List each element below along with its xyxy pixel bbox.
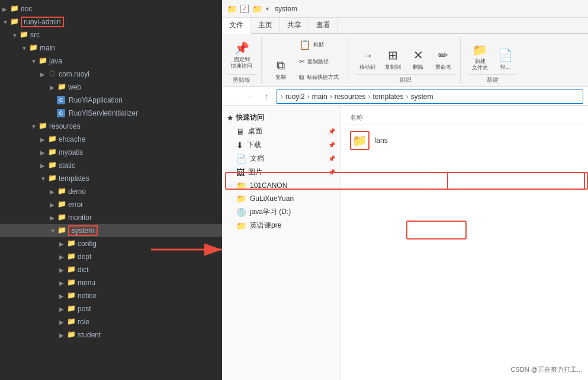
- file-tree: ▶ 📁 doc ▼ 📁 ruoyi-admin ▼ 📁 src ▼ 📁 main: [0, 0, 222, 380]
- paste-shortcut-button[interactable]: ⧉ 粘贴快捷方式: [295, 70, 343, 84]
- quickaccess-header[interactable]: ★ 快速访问: [222, 111, 340, 124]
- arrow-post: ▶: [59, 306, 66, 312]
- label-java: java: [49, 57, 62, 65]
- sidebar-english-pre[interactable]: 📁 英语课pre: [222, 219, 340, 232]
- sidebar-pictures[interactable]: 🖼 图片 📌: [222, 165, 340, 179]
- documents-pin-icon: 📌: [328, 155, 335, 162]
- label-role: role: [78, 318, 89, 326]
- arrow-demo: ▶: [50, 189, 57, 195]
- tree-item-role[interactable]: ▶ 📁 role: [0, 315, 222, 328]
- nav-up-button[interactable]: ↑: [260, 90, 273, 103]
- new-folder-button[interactable]: 📁 新建文件夹: [468, 40, 492, 74]
- tree-item-menu[interactable]: ▶ 📁 menu: [0, 276, 222, 289]
- tree-item-src[interactable]: ▼ 📁 src: [0, 28, 222, 41]
- copy-button[interactable]: ⧉ 复制: [269, 56, 293, 84]
- path-chevron-3: ›: [330, 92, 332, 101]
- tree-item-main[interactable]: ▼ 📁 main: [0, 41, 222, 55]
- java-icon-ruoyi-app: C: [57, 96, 65, 104]
- address-path[interactable]: › ruoyi2 › main › resources › templates …: [277, 90, 583, 104]
- rename-label: 重命名: [435, 63, 451, 71]
- ribbon-tabs: 文件 主页 共享 查看: [222, 18, 588, 34]
- ribbon-content: 📌 固定到快速访问 剪贴板 ⧉ 复制: [222, 34, 588, 87]
- new-item-button[interactable]: 📄 轻...: [493, 45, 517, 74]
- path-main[interactable]: main: [312, 92, 327, 101]
- tree-item-doc[interactable]: ▶ 📁 doc: [0, 2, 222, 15]
- arrow-java: ▼: [31, 58, 38, 65]
- label-mybatis: mybatis: [59, 148, 83, 157]
- arrow-system: ▼: [50, 228, 57, 234]
- tree-item-templates[interactable]: ▼ 📁 templates: [0, 172, 222, 185]
- tree-item-static[interactable]: ▶ 📁 static: [0, 159, 222, 172]
- arrow-role: ▶: [59, 319, 66, 325]
- tab-share[interactable]: 共享: [280, 18, 309, 33]
- copy-path-button[interactable]: ✂ 复制路径: [295, 55, 343, 69]
- arrow-student: ▶: [59, 332, 66, 339]
- path-system[interactable]: system: [410, 92, 433, 101]
- paste-label: 粘贴: [313, 41, 324, 49]
- java-icon-ruoyi-servlet: C: [57, 109, 65, 117]
- tree-item-dept[interactable]: ▶ 📁 dept: [0, 250, 222, 263]
- path-templates[interactable]: templates: [372, 92, 403, 101]
- copy-path-icon: ✂: [299, 58, 305, 66]
- explorer-title: system: [275, 5, 297, 13]
- tree-item-config[interactable]: ▶ 📁 config: [0, 237, 222, 250]
- sidebar-gulixueyuan[interactable]: 📁 GuLiXueYuan: [222, 192, 340, 205]
- tree-item-system[interactable]: ▼ 📁 system: [0, 224, 222, 237]
- nav-back-button[interactable]: ←: [227, 90, 240, 103]
- tree-item-resources[interactable]: ▼ 📁 resources: [0, 120, 222, 133]
- move-to-button[interactable]: → 移动到: [355, 46, 380, 74]
- tree-item-dict[interactable]: ▶ 📁 dict: [0, 263, 222, 276]
- watermark: CSDN @正在努力打工...: [510, 365, 582, 374]
- label-src: src: [30, 31, 40, 39]
- path-ruoyi2[interactable]: ruoyi2: [285, 92, 305, 101]
- tree-item-student[interactable]: ▶ 📁 student: [0, 328, 222, 341]
- copy-to-button[interactable]: ⊞ 复制到: [381, 45, 405, 74]
- label-demo: demo: [68, 187, 86, 196]
- tree-item-web[interactable]: ▶ 📁 web: [0, 81, 222, 94]
- paste-button[interactable]: 📋 粘贴: [295, 36, 343, 53]
- sidebar-downloads[interactable]: ⬇ 下载 📌: [222, 138, 340, 152]
- tree-item-post[interactable]: ▶ 📁 post: [0, 302, 222, 315]
- tree-item-ehcache[interactable]: ▶ 📁 ehcache: [0, 133, 222, 146]
- fans-folder-item[interactable]: 📁 fans: [345, 127, 393, 154]
- delete-button[interactable]: ✕ 删除: [406, 45, 430, 74]
- tree-item-ruoyi-servlet[interactable]: ▶ C RuoYiServletInitializer: [0, 107, 222, 120]
- tree-item-ruoyi-app[interactable]: ▶ C RuoYiApplication: [0, 94, 222, 107]
- tree-item-monitor[interactable]: ▶ 📁 monitor: [0, 211, 222, 224]
- titlebar-dropdown[interactable]: ▾: [266, 5, 269, 12]
- tab-view[interactable]: 查看: [309, 18, 338, 33]
- tree-item-error[interactable]: ▶ 📁 error: [0, 198, 222, 211]
- label-system: system: [68, 225, 98, 236]
- paste-shortcut-label: 粘贴快捷方式: [307, 74, 339, 81]
- sidebar-java-study[interactable]: 💿 java学习 (D:): [222, 205, 340, 219]
- delete-label: 删除: [413, 63, 423, 71]
- nav-forward-button[interactable]: →: [243, 90, 256, 103]
- tab-file[interactable]: 文件: [222, 18, 251, 34]
- sidebar-desktop[interactable]: 🖥 桌面 📌: [222, 124, 340, 138]
- pictures-label: 图片: [248, 167, 262, 177]
- path-resources[interactable]: resources: [335, 92, 366, 101]
- tree-item-mybatis[interactable]: ▶ 📁 mybatis: [0, 146, 222, 159]
- copy-label: 复制: [275, 74, 286, 81]
- rename-button[interactable]: ✏ 重命名: [431, 45, 455, 74]
- path-chevron-4: ›: [368, 92, 370, 101]
- sidebar-documents[interactable]: 📄 文档 📌: [222, 152, 340, 165]
- folder-icon-dict: 📁: [66, 265, 76, 274]
- tree-item-notice[interactable]: ▶ 📁 notice: [0, 289, 222, 302]
- tree-item-ruoyi-admin[interactable]: ▼ 📁 ruoyi-admin: [0, 15, 222, 28]
- sidebar-101canon[interactable]: 📁 101CANON: [222, 179, 340, 192]
- folder-icon-doc: 📁: [9, 4, 19, 14]
- 101canon-label: 101CANON: [250, 181, 287, 190]
- english-pre-icon: 📁: [236, 221, 246, 231]
- pin-to-quickaccess-button[interactable]: 📌 固定到快速访问: [227, 38, 256, 72]
- desktop-label: 桌面: [248, 126, 262, 136]
- tab-home[interactable]: 主页: [251, 18, 280, 33]
- fans-folder-icon: 📁: [350, 131, 369, 150]
- folder-icon-config: 📁: [66, 239, 76, 248]
- tree-item-java[interactable]: ▼ 📁 java: [0, 55, 222, 68]
- titlebar-checkbox[interactable]: ✓: [240, 5, 249, 13]
- tree-item-demo[interactable]: ▶ 📁 demo: [0, 185, 222, 198]
- tree-item-com-ruoyi[interactable]: ▶ ⬡ com.ruoyi: [0, 68, 222, 81]
- label-ruoyi-servlet: RuoYiServletInitializer: [69, 109, 138, 117]
- folder-icon-menu: 📁: [66, 278, 76, 288]
